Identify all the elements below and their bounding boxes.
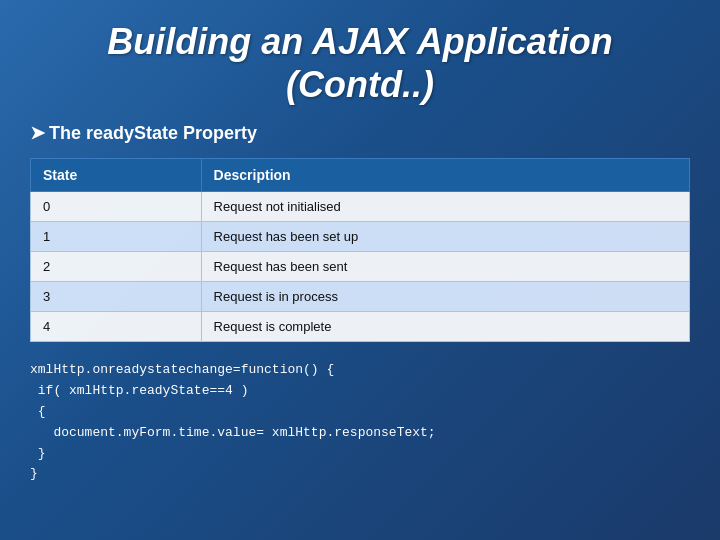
table-row: 0Request not initialised: [31, 192, 690, 222]
col-header-description: Description: [201, 159, 689, 192]
cell-state: 4: [31, 312, 202, 342]
cell-state: 0: [31, 192, 202, 222]
code-line: {: [30, 402, 690, 423]
cell-description: Request has been sent: [201, 252, 689, 282]
readystate-table: State Description 0Request not initialis…: [30, 158, 690, 342]
col-header-state: State: [31, 159, 202, 192]
cell-description: Request is complete: [201, 312, 689, 342]
code-block: xmlHttp.onreadystatechange=function() { …: [30, 360, 690, 485]
table-row: 3Request is in process: [31, 282, 690, 312]
cell-state: 3: [31, 282, 202, 312]
section-subtitle: ➤The readyState Property: [30, 122, 690, 144]
title-line1: Building an AJAX Application: [107, 21, 612, 62]
table-row: 4Request is complete: [31, 312, 690, 342]
code-line: if( xmlHttp.readyState==4 ): [30, 381, 690, 402]
title-line2: (Contd..): [286, 64, 434, 105]
table-row: 1Request has been set up: [31, 222, 690, 252]
arrow-icon: ➤: [30, 123, 45, 143]
code-line: document.myForm.time.value= xmlHttp.resp…: [30, 423, 690, 444]
code-line: }: [30, 464, 690, 485]
cell-state: 1: [31, 222, 202, 252]
subtitle-text: The readyState Property: [49, 123, 257, 143]
cell-description: Request not initialised: [201, 192, 689, 222]
cell-state: 2: [31, 252, 202, 282]
cell-description: Request is in process: [201, 282, 689, 312]
table-row: 2Request has been sent: [31, 252, 690, 282]
page-title: Building an AJAX Application (Contd..): [30, 20, 690, 106]
cell-description: Request has been set up: [201, 222, 689, 252]
code-line: }: [30, 444, 690, 465]
code-line: xmlHttp.onreadystatechange=function() {: [30, 360, 690, 381]
